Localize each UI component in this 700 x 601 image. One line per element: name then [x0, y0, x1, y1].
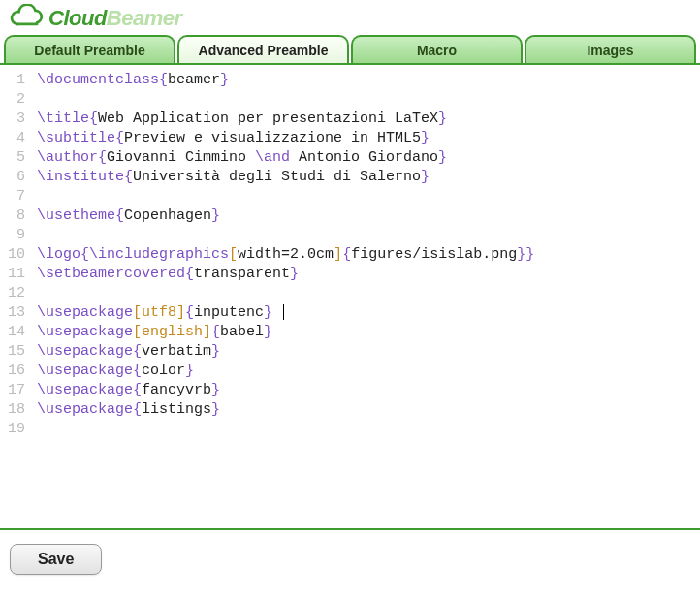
code-line[interactable]: \documentclass{beamer}: [37, 71, 700, 90]
line-number: 1: [0, 71, 25, 90]
tab-bar: Default PreambleAdvanced PreambleMacroIm…: [0, 35, 700, 65]
code-line[interactable]: \usetheme{Copenhagen}: [37, 206, 700, 226]
line-number: 11: [0, 265, 25, 284]
line-number: 18: [0, 400, 25, 420]
code-line[interactable]: \logo{\includegraphics[width=2.0cm]{figu…: [37, 245, 700, 265]
code-editor[interactable]: 12345678910111213141516171819 \documentc…: [0, 65, 700, 530]
app-logo: CloudBeamer: [0, 0, 700, 35]
code-line[interactable]: [37, 420, 700, 439]
code-line[interactable]: \usepackage[english]{babel}: [37, 323, 700, 342]
line-number: 19: [0, 420, 25, 439]
line-number: 4: [0, 129, 25, 148]
code-line[interactable]: [37, 187, 700, 206]
code-line[interactable]: \usepackage[utf8]{inputenc}: [37, 303, 700, 323]
code-line[interactable]: \setbeamercovered{transparent}: [37, 265, 700, 284]
line-gutter: 12345678910111213141516171819: [0, 71, 31, 528]
line-number: 10: [0, 245, 25, 265]
code-line[interactable]: \title{Web Application per presentazioni…: [37, 110, 700, 129]
code-line[interactable]: \author{Giovanni Cimmino \and Antonio Gi…: [37, 148, 700, 168]
code-line[interactable]: \subtitle{Preview e visualizzazione in H…: [37, 129, 700, 148]
code-line[interactable]: \usepackage{verbatim}: [37, 342, 700, 362]
line-number: 17: [0, 381, 25, 400]
text-cursor: [283, 304, 284, 320]
cloud-icon: [8, 4, 45, 33]
tab-advanced-preamble[interactable]: Advanced Preamble: [177, 35, 349, 63]
line-number: 8: [0, 206, 25, 226]
code-area[interactable]: \documentclass{beamer}\title{Web Applica…: [31, 71, 700, 528]
line-number: 13: [0, 303, 25, 323]
line-number: 3: [0, 110, 25, 129]
tab-default-preamble[interactable]: Default Preamble: [4, 35, 175, 63]
line-number: 2: [0, 90, 25, 110]
line-number: 7: [0, 187, 25, 206]
code-line[interactable]: \institute{Università degli Studi di Sal…: [37, 168, 700, 187]
tab-macro[interactable]: Macro: [351, 35, 523, 63]
code-line[interactable]: \usepackage{listings}: [37, 400, 700, 420]
code-line[interactable]: [37, 90, 700, 110]
code-line[interactable]: \usepackage{color}: [37, 362, 700, 381]
line-number: 14: [0, 323, 25, 342]
line-number: 5: [0, 148, 25, 168]
save-button[interactable]: Save: [10, 544, 102, 575]
line-number: 12: [0, 284, 25, 303]
line-number: 16: [0, 362, 25, 381]
footer: Save: [0, 530, 700, 588]
line-number: 6: [0, 168, 25, 187]
tab-images[interactable]: Images: [525, 35, 696, 63]
line-number: 15: [0, 342, 25, 362]
logo-text: CloudBeamer: [48, 6, 182, 31]
code-line[interactable]: \usepackage{fancyvrb}: [37, 381, 700, 400]
line-number: 9: [0, 226, 25, 245]
code-line[interactable]: [37, 284, 700, 303]
code-line[interactable]: [37, 226, 700, 245]
